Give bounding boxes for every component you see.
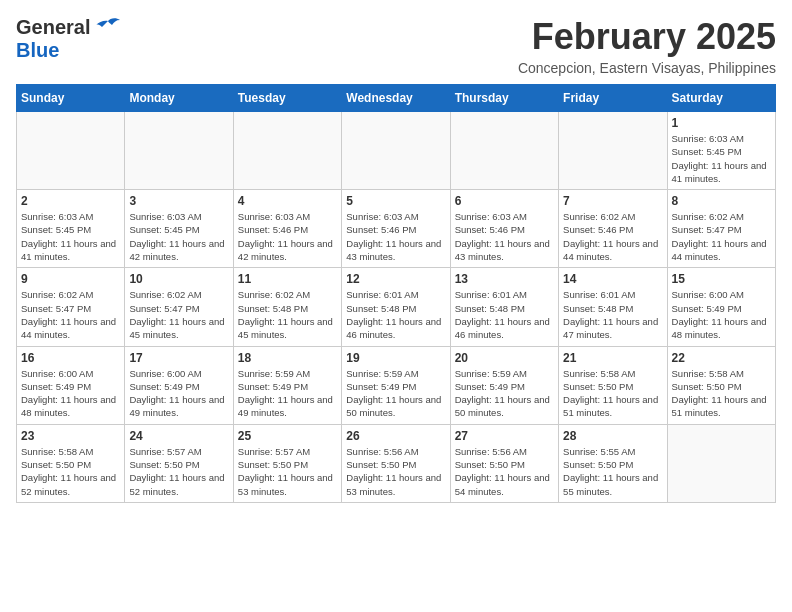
calendar-cell (342, 112, 450, 190)
calendar-cell: 28Sunrise: 5:55 AMSunset: 5:50 PMDayligh… (559, 424, 667, 502)
calendar-cell: 26Sunrise: 5:56 AMSunset: 5:50 PMDayligh… (342, 424, 450, 502)
calendar-week-3: 16Sunrise: 6:00 AMSunset: 5:49 PMDayligh… (17, 346, 776, 424)
calendar-cell: 12Sunrise: 6:01 AMSunset: 5:48 PMDayligh… (342, 268, 450, 346)
calendar-cell: 19Sunrise: 5:59 AMSunset: 5:49 PMDayligh… (342, 346, 450, 424)
calendar-cell: 4Sunrise: 6:03 AMSunset: 5:46 PMDaylight… (233, 190, 341, 268)
calendar-week-2: 9Sunrise: 6:02 AMSunset: 5:47 PMDaylight… (17, 268, 776, 346)
day-number: 16 (21, 351, 120, 365)
day-info: Sunrise: 6:00 AMSunset: 5:49 PMDaylight:… (672, 288, 771, 341)
calendar-cell: 15Sunrise: 6:00 AMSunset: 5:49 PMDayligh… (667, 268, 775, 346)
day-number: 5 (346, 194, 445, 208)
day-number: 4 (238, 194, 337, 208)
day-info: Sunrise: 6:02 AMSunset: 5:46 PMDaylight:… (563, 210, 662, 263)
weekday-header-thursday: Thursday (450, 85, 558, 112)
calendar-table: SundayMondayTuesdayWednesdayThursdayFrid… (16, 84, 776, 503)
calendar-cell (233, 112, 341, 190)
day-info: Sunrise: 5:57 AMSunset: 5:50 PMDaylight:… (129, 445, 228, 498)
day-info: Sunrise: 6:03 AMSunset: 5:46 PMDaylight:… (455, 210, 554, 263)
weekday-header-saturday: Saturday (667, 85, 775, 112)
day-info: Sunrise: 6:02 AMSunset: 5:47 PMDaylight:… (21, 288, 120, 341)
calendar-cell: 21Sunrise: 5:58 AMSunset: 5:50 PMDayligh… (559, 346, 667, 424)
calendar-cell: 23Sunrise: 5:58 AMSunset: 5:50 PMDayligh… (17, 424, 125, 502)
weekday-header-monday: Monday (125, 85, 233, 112)
day-number: 25 (238, 429, 337, 443)
day-info: Sunrise: 6:02 AMSunset: 5:47 PMDaylight:… (129, 288, 228, 341)
day-info: Sunrise: 5:58 AMSunset: 5:50 PMDaylight:… (672, 367, 771, 420)
day-number: 10 (129, 272, 228, 286)
day-info: Sunrise: 6:00 AMSunset: 5:49 PMDaylight:… (129, 367, 228, 420)
calendar-cell: 14Sunrise: 6:01 AMSunset: 5:48 PMDayligh… (559, 268, 667, 346)
calendar-cell: 8Sunrise: 6:02 AMSunset: 5:47 PMDaylight… (667, 190, 775, 268)
day-info: Sunrise: 5:59 AMSunset: 5:49 PMDaylight:… (238, 367, 337, 420)
calendar-cell: 1Sunrise: 6:03 AMSunset: 5:45 PMDaylight… (667, 112, 775, 190)
page-header: General Blue February 2025 Concepcion, E… (16, 16, 776, 76)
calendar-cell (559, 112, 667, 190)
day-number: 1 (672, 116, 771, 130)
day-info: Sunrise: 5:57 AMSunset: 5:50 PMDaylight:… (238, 445, 337, 498)
calendar-cell: 16Sunrise: 6:00 AMSunset: 5:49 PMDayligh… (17, 346, 125, 424)
day-number: 8 (672, 194, 771, 208)
calendar-cell: 10Sunrise: 6:02 AMSunset: 5:47 PMDayligh… (125, 268, 233, 346)
calendar-cell: 2Sunrise: 6:03 AMSunset: 5:45 PMDaylight… (17, 190, 125, 268)
day-info: Sunrise: 6:01 AMSunset: 5:48 PMDaylight:… (563, 288, 662, 341)
day-number: 19 (346, 351, 445, 365)
day-info: Sunrise: 6:03 AMSunset: 5:45 PMDaylight:… (672, 132, 771, 185)
title-area: February 2025 Concepcion, Eastern Visaya… (518, 16, 776, 76)
day-info: Sunrise: 6:01 AMSunset: 5:48 PMDaylight:… (455, 288, 554, 341)
day-info: Sunrise: 5:55 AMSunset: 5:50 PMDaylight:… (563, 445, 662, 498)
day-number: 24 (129, 429, 228, 443)
logo-bird-icon (94, 17, 122, 39)
day-info: Sunrise: 6:03 AMSunset: 5:46 PMDaylight:… (238, 210, 337, 263)
calendar-cell: 20Sunrise: 5:59 AMSunset: 5:49 PMDayligh… (450, 346, 558, 424)
calendar-week-0: 1Sunrise: 6:03 AMSunset: 5:45 PMDaylight… (17, 112, 776, 190)
day-info: Sunrise: 5:56 AMSunset: 5:50 PMDaylight:… (346, 445, 445, 498)
calendar-cell: 18Sunrise: 5:59 AMSunset: 5:49 PMDayligh… (233, 346, 341, 424)
day-number: 2 (21, 194, 120, 208)
day-info: Sunrise: 6:02 AMSunset: 5:47 PMDaylight:… (672, 210, 771, 263)
day-info: Sunrise: 6:03 AMSunset: 5:45 PMDaylight:… (129, 210, 228, 263)
calendar-cell (667, 424, 775, 502)
logo: General Blue (16, 16, 122, 62)
calendar-cell (125, 112, 233, 190)
location: Concepcion, Eastern Visayas, Philippines (518, 60, 776, 76)
day-number: 15 (672, 272, 771, 286)
calendar-cell: 3Sunrise: 6:03 AMSunset: 5:45 PMDaylight… (125, 190, 233, 268)
day-info: Sunrise: 6:00 AMSunset: 5:49 PMDaylight:… (21, 367, 120, 420)
day-info: Sunrise: 5:58 AMSunset: 5:50 PMDaylight:… (21, 445, 120, 498)
day-info: Sunrise: 5:59 AMSunset: 5:49 PMDaylight:… (455, 367, 554, 420)
day-number: 22 (672, 351, 771, 365)
day-number: 14 (563, 272, 662, 286)
day-number: 27 (455, 429, 554, 443)
calendar-cell: 22Sunrise: 5:58 AMSunset: 5:50 PMDayligh… (667, 346, 775, 424)
calendar-cell: 5Sunrise: 6:03 AMSunset: 5:46 PMDaylight… (342, 190, 450, 268)
calendar-cell: 27Sunrise: 5:56 AMSunset: 5:50 PMDayligh… (450, 424, 558, 502)
day-info: Sunrise: 6:01 AMSunset: 5:48 PMDaylight:… (346, 288, 445, 341)
day-info: Sunrise: 6:02 AMSunset: 5:48 PMDaylight:… (238, 288, 337, 341)
day-number: 17 (129, 351, 228, 365)
month-title: February 2025 (518, 16, 776, 58)
day-number: 6 (455, 194, 554, 208)
calendar-header-row: SundayMondayTuesdayWednesdayThursdayFrid… (17, 85, 776, 112)
calendar-cell: 25Sunrise: 5:57 AMSunset: 5:50 PMDayligh… (233, 424, 341, 502)
weekday-header-friday: Friday (559, 85, 667, 112)
calendar-cell: 6Sunrise: 6:03 AMSunset: 5:46 PMDaylight… (450, 190, 558, 268)
weekday-header-tuesday: Tuesday (233, 85, 341, 112)
calendar-cell: 13Sunrise: 6:01 AMSunset: 5:48 PMDayligh… (450, 268, 558, 346)
calendar-cell: 11Sunrise: 6:02 AMSunset: 5:48 PMDayligh… (233, 268, 341, 346)
calendar-cell (17, 112, 125, 190)
day-number: 23 (21, 429, 120, 443)
calendar-cell: 17Sunrise: 6:00 AMSunset: 5:49 PMDayligh… (125, 346, 233, 424)
logo-blue: Blue (16, 39, 59, 61)
calendar-cell: 7Sunrise: 6:02 AMSunset: 5:46 PMDaylight… (559, 190, 667, 268)
calendar-cell: 9Sunrise: 6:02 AMSunset: 5:47 PMDaylight… (17, 268, 125, 346)
day-number: 28 (563, 429, 662, 443)
day-number: 13 (455, 272, 554, 286)
calendar-cell (450, 112, 558, 190)
day-info: Sunrise: 6:03 AMSunset: 5:45 PMDaylight:… (21, 210, 120, 263)
weekday-header-sunday: Sunday (17, 85, 125, 112)
day-number: 21 (563, 351, 662, 365)
day-number: 11 (238, 272, 337, 286)
day-info: Sunrise: 5:59 AMSunset: 5:49 PMDaylight:… (346, 367, 445, 420)
day-info: Sunrise: 6:03 AMSunset: 5:46 PMDaylight:… (346, 210, 445, 263)
day-info: Sunrise: 5:58 AMSunset: 5:50 PMDaylight:… (563, 367, 662, 420)
